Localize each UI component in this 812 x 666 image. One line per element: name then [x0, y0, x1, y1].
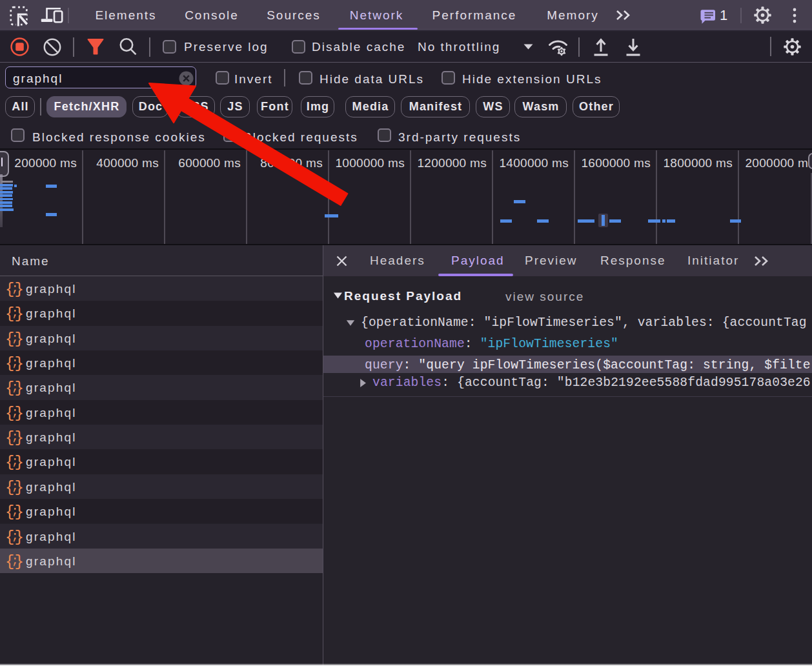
svg-text:}: } — [15, 379, 24, 397]
svg-text:}: } — [15, 429, 24, 447]
svg-text:}: } — [15, 330, 24, 347]
svg-text:}: } — [15, 404, 24, 421]
svg-text:}: } — [15, 552, 24, 570]
svg-text:}: } — [15, 503, 24, 521]
svg-text:}: } — [15, 454, 24, 471]
svg-text:}: } — [15, 355, 24, 372]
svg-text:}: } — [15, 528, 24, 545]
svg-text:}: } — [15, 478, 24, 496]
svg-text:}: } — [15, 305, 24, 323]
svg-text:}: } — [15, 281, 24, 298]
